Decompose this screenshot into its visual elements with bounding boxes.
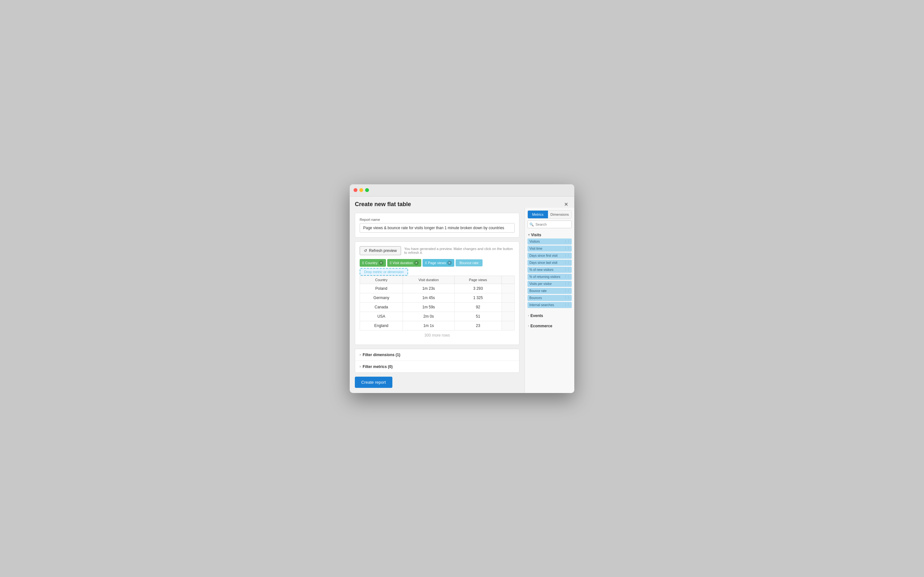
metric-internal-searches[interactable]: Internal searches ⋮⋮: [527, 302, 572, 308]
more-rows-label: 300 more rows: [360, 330, 515, 340]
metric-visits-per-visitor[interactable]: Visits per visitor ⋮⋮: [527, 281, 572, 287]
filter-metrics-row[interactable]: › Filter metrics (0): [355, 361, 519, 372]
drag-handle-page-views: [425, 261, 427, 264]
main-layout: Report name ↺ Refresh preview You have g…: [350, 208, 574, 393]
ecommerce-chevron: ›: [528, 324, 529, 327]
cell-duration-1: 1m 23s: [403, 284, 455, 293]
column-chip-visit-duration[interactable]: Visit duration ✕: [387, 259, 421, 267]
cell-duration-3: 1m 59s: [403, 302, 455, 311]
drag-handle-days-first: ⋮⋮: [564, 254, 570, 257]
tab-dimensions[interactable]: Dimensions: [548, 211, 572, 218]
metric-days-last[interactable]: Days since last visit ⋮⋮: [527, 259, 572, 266]
cell-country-3: Canada: [360, 302, 403, 311]
close-button[interactable]: ✕: [563, 201, 569, 207]
page-header: Create new flat table ✕: [350, 197, 574, 208]
drag-handle-internal-searches: ⋮⋮: [564, 303, 570, 306]
titlebar: [350, 184, 574, 197]
col-header-page-views: Page views: [454, 276, 501, 284]
filter-section: › Filter dimensions (1) › Filter metrics…: [355, 349, 519, 373]
main-window: Create new flat table ✕ Report name ↺ Re…: [350, 184, 574, 393]
traffic-lights: [354, 188, 369, 192]
visits-label: Visits: [531, 233, 541, 237]
drop-zone[interactable]: Drop metric or dimension: [360, 268, 408, 276]
visits-header[interactable]: ▾ Visits: [527, 231, 572, 239]
drag-handle-new-visitors: ⋮⋮: [564, 268, 570, 271]
chevron-filter-metrics: ›: [360, 365, 360, 368]
filter-dimensions-row[interactable]: › Filter dimensions (1): [355, 349, 519, 361]
column-label-country: Country: [365, 261, 378, 265]
drag-handle-visit-time: ⋮⋮: [564, 247, 570, 250]
page-title: Create new flat table: [355, 201, 411, 208]
column-chip-country[interactable]: Country ✕: [360, 259, 386, 267]
drag-handle-country: [362, 261, 364, 264]
minimize-traffic-light[interactable]: [359, 188, 363, 192]
table-row: USA 2m 0s 51: [360, 311, 515, 321]
create-report-button[interactable]: Create report: [355, 377, 393, 388]
cell-duration-4: 2m 0s: [403, 311, 455, 321]
cell-duration-2: 1m 45s: [403, 293, 455, 302]
refresh-preview-button[interactable]: ↺ Refresh preview: [360, 246, 401, 255]
events-chevron: ›: [528, 314, 529, 318]
metric-new-visitors[interactable]: % of new visitors ⋮⋮: [527, 267, 572, 273]
metric-visits-per-visitor-label: Visits per visitor: [529, 282, 552, 285]
ecommerce-header[interactable]: › Ecommerce: [527, 322, 572, 330]
preview-toolbar: ↺ Refresh preview You have generated a p…: [360, 246, 515, 255]
col-header-empty: [501, 276, 514, 284]
metric-visit-time-label: Visit time: [529, 247, 542, 250]
col-header-country: Country: [360, 276, 403, 284]
cell-country-1: Poland: [360, 284, 403, 293]
visits-section: ▾ Visits Visitors ⋮⋮ Visit time ⋮⋮ Days …: [527, 231, 572, 309]
drag-handle-visit-duration: [390, 261, 391, 264]
search-box: 🔍: [527, 221, 572, 228]
cell-empty-3: [501, 302, 514, 311]
search-icon: 🔍: [529, 222, 534, 226]
report-name-label: Report name: [360, 218, 515, 221]
remove-country-button[interactable]: ✕: [379, 261, 383, 265]
table-row: Poland 1m 23s 3 293: [360, 284, 515, 293]
ecommerce-section: › Ecommerce: [527, 322, 572, 330]
metric-bounce-rate[interactable]: Bounce rate ⋮⋮: [527, 288, 572, 294]
metric-returning-visitors[interactable]: % of returning visitors ⋮⋮: [527, 274, 572, 280]
table-row: Canada 1m 59s 92: [360, 302, 515, 311]
refresh-label: Refresh preview: [369, 248, 397, 253]
table-row: Germany 1m 45s 1 325: [360, 293, 515, 302]
columns-row: Country ✕ Visit duration ✕: [360, 259, 515, 276]
drag-handle-visits-per-visitor: ⋮⋮: [564, 282, 570, 285]
close-traffic-light[interactable]: [354, 188, 357, 192]
metric-bounces[interactable]: Bounces ⋮⋮: [527, 295, 572, 301]
metric-visitors[interactable]: Visitors ⋮⋮: [527, 239, 572, 245]
preview-section: ↺ Refresh preview You have generated a p…: [355, 242, 519, 345]
filter-metrics-label: Filter metrics (0): [363, 364, 393, 369]
cell-country-5: England: [360, 321, 403, 330]
metric-internal-searches-label: Internal searches: [529, 303, 554, 307]
preview-hint: You have generated a preview. Make chang…: [404, 247, 515, 255]
report-name-input[interactable]: [360, 223, 515, 233]
left-panel: Report name ↺ Refresh preview You have g…: [350, 208, 525, 393]
drag-handle-bounce-rate: ⋮⋮: [564, 289, 570, 292]
drag-handle-visitors: ⋮⋮: [564, 240, 570, 243]
metric-visit-time[interactable]: Visit time ⋮⋮: [527, 245, 572, 251]
tab-metrics[interactable]: Metrics: [528, 211, 548, 218]
column-label-page-views: Page views: [428, 261, 446, 265]
remove-visit-duration-button[interactable]: ✕: [414, 261, 419, 265]
cell-country-2: Germany: [360, 293, 403, 302]
drag-handle-bounces: ⋮⋮: [564, 296, 570, 300]
cell-empty-4: [501, 311, 514, 321]
metric-bounce-rate-label: Bounce rate: [529, 289, 547, 293]
remove-page-views-button[interactable]: ✕: [447, 261, 452, 265]
metric-days-first-label: Days since first visit: [529, 254, 557, 258]
fullscreen-traffic-light[interactable]: [365, 188, 369, 192]
cell-duration-5: 1m 1s: [403, 321, 455, 330]
column-chip-page-views[interactable]: Page views ✕: [423, 259, 454, 267]
preview-table: Country Visit duration Page views Poland…: [360, 276, 515, 330]
filter-dimensions-label: Filter dimensions (1): [363, 353, 400, 357]
bounce-rate-dragging: Bounce rate: [456, 259, 482, 266]
metric-days-first[interactable]: Days since first visit ⋮⋮: [527, 253, 572, 259]
table-row: England 1m 1s 23: [360, 321, 515, 330]
events-header[interactable]: › Events: [527, 312, 572, 319]
right-panel: Metrics Dimensions 🔍 ▾ Visits Visitors ⋮…: [525, 208, 574, 393]
col-header-visit-duration: Visit duration: [403, 276, 455, 284]
search-input[interactable]: [527, 221, 572, 228]
cell-empty-2: [501, 293, 514, 302]
refresh-icon: ↺: [364, 248, 367, 253]
